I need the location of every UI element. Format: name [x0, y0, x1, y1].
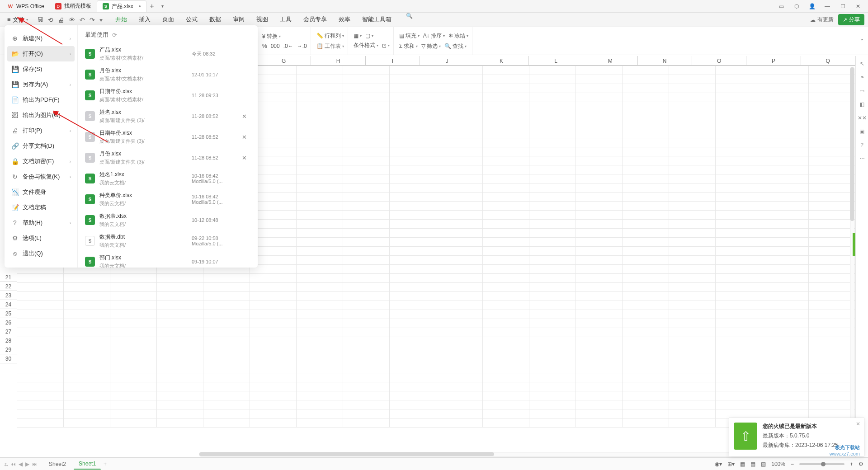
file-menu-item-1[interactable]: 📂打开(O)›: [7, 46, 75, 61]
chart-icon[interactable]: ▣: [859, 128, 864, 135]
row-header[interactable]: 22: [0, 282, 17, 291]
tab-menu-button[interactable]: ▾: [157, 4, 168, 9]
dec-decrease-button[interactable]: .0←: [283, 43, 293, 49]
tab-start[interactable]: 开始: [113, 13, 129, 27]
recent-item[interactable]: S 种类单价.xlsx我的云文档/ 10-16 08:42Mozilla/5.0…: [85, 189, 250, 210]
undo-icon[interactable]: ↶: [80, 16, 85, 24]
row-header[interactable]: 23: [0, 291, 17, 300]
file-menu-item-12[interactable]: ?帮助(H)›: [7, 215, 75, 230]
dec-increase-button[interactable]: →.0: [297, 43, 307, 49]
file-menu-item-8[interactable]: 🔒文档加密(E)›: [7, 154, 75, 169]
remove-recent-icon[interactable]: ✕: [242, 113, 247, 120]
sheet-last-icon[interactable]: ⏭: [32, 461, 38, 467]
recent-item[interactable]: S 数据表.xlsx我的云文档/ 10-12 08:48: [85, 210, 250, 230]
recent-item[interactable]: S 姓名.xlsx桌面/新建文件夹 (3)/ 11-28 08:52 ✕: [85, 106, 250, 127]
tab-insert[interactable]: 插入: [137, 13, 152, 27]
refresh-icon[interactable]: ⟳: [112, 32, 117, 38]
tab-wps-office[interactable]: W WPS Office: [2, 0, 50, 12]
tab-view[interactable]: 视图: [255, 13, 270, 27]
row-header[interactable]: 29: [0, 345, 17, 354]
col-header[interactable]: M: [583, 56, 637, 66]
find-button[interactable]: 🔍 查找▾: [444, 42, 467, 50]
zoom-in-button[interactable]: +: [850, 461, 853, 467]
row-header[interactable]: 26: [0, 318, 17, 327]
thousands-button[interactable]: 000: [271, 43, 280, 49]
box-icon[interactable]: ⬡: [792, 2, 801, 11]
share-button[interactable]: ↗ 分享: [838, 14, 864, 25]
row-header[interactable]: 27: [0, 327, 17, 336]
recent-item[interactable]: S 姓名1.xlsx我的云文档/ 10-16 08:42Mozilla/5.0 …: [85, 168, 250, 189]
print-icon[interactable]: 🖨: [58, 16, 64, 24]
col-header[interactable]: Q: [801, 56, 855, 66]
settings-corner-icon[interactable]: ⚙: [859, 461, 863, 467]
sheet-options-icon[interactable]: ⎌: [5, 461, 8, 467]
col-header[interactable]: K: [474, 56, 528, 66]
view-page-icon[interactable]: ▤: [750, 461, 755, 467]
col-header[interactable]: L: [529, 56, 583, 66]
file-menu-item-11[interactable]: 📝文档定稿: [7, 200, 75, 215]
collapse-ribbon-icon[interactable]: ⌃: [860, 38, 864, 44]
tab-member[interactable]: 会员专享: [302, 13, 329, 27]
cell-style-icon[interactable]: ▢▾: [365, 33, 373, 39]
sheet-prev-icon[interactable]: ◀: [19, 461, 23, 467]
more-icon[interactable]: ⋯: [859, 155, 865, 162]
sum-button[interactable]: Σ 求和▾: [399, 42, 418, 50]
recent-item[interactable]: S 月份.xlsx桌面/素材/文档素材/ 12-01 10:17: [85, 64, 250, 85]
recent-item[interactable]: S 数据表.dbt我的云文档/ 09-22 10:58Mozilla/5.0 (…: [85, 230, 250, 251]
tab-data[interactable]: 数据: [208, 13, 223, 27]
file-menu-item-0[interactable]: ⊕新建(N)›: [7, 31, 75, 46]
redo-icon[interactable]: ↷: [90, 16, 95, 24]
col-header[interactable]: I: [366, 56, 420, 66]
file-menu-item-3[interactable]: 💾另存为(A)›: [7, 77, 75, 92]
tab-template[interactable]: D 找稻壳模板: [50, 0, 97, 12]
sort-button[interactable]: A↓ 排序▾: [423, 32, 445, 40]
tab-tools[interactable]: 工具: [278, 13, 293, 27]
convert-button[interactable]: ¥ 转换▾: [262, 33, 281, 40]
help-icon[interactable]: ?: [860, 142, 863, 148]
tools-icon[interactable]: ✕✕: [858, 115, 867, 121]
col-header[interactable]: G: [257, 56, 311, 66]
tab-efficiency[interactable]: 效率: [337, 13, 352, 27]
sheet-next-icon[interactable]: ▶: [25, 461, 29, 467]
row-headers[interactable]: 21222324252627282930: [0, 273, 17, 363]
file-menu-item-13[interactable]: ⚙选项(L): [7, 230, 75, 246]
file-menu-item-7[interactable]: 🔗分享文档(D): [7, 138, 75, 154]
layers-icon[interactable]: ◧: [859, 101, 864, 108]
sync-icon[interactable]: ⟲: [48, 16, 53, 24]
file-menu-item-6[interactable]: 🖨打印(P)›: [7, 123, 75, 138]
maximize-button[interactable]: ☐: [838, 2, 847, 11]
zoom-out-button[interactable]: −: [791, 461, 794, 467]
cond-fmt-icon-button[interactable]: ▦▾: [354, 33, 362, 39]
tab-review[interactable]: 审阅: [231, 13, 246, 27]
col-header[interactable]: N: [638, 56, 692, 66]
search-icon[interactable]: 🔍: [406, 13, 413, 27]
file-menu-item-9[interactable]: ↻备份与恢复(K)›: [7, 169, 75, 184]
cursor-icon[interactable]: ↖: [860, 61, 864, 67]
file-menu-item-10[interactable]: 📉文件瘦身: [7, 184, 75, 200]
zoom-value[interactable]: 100%: [771, 461, 785, 467]
col-header[interactable]: H: [311, 56, 365, 66]
recent-item[interactable]: S 月份.xlsx桌面/新建文件夹 (3)/ 11-28 08:52 ✕: [85, 147, 250, 168]
view-normal-icon[interactable]: ▦: [740, 461, 745, 467]
tab-smart-toolbox[interactable]: 智能工具箱: [360, 13, 393, 27]
qat-dropdown-icon[interactable]: ▾: [99, 16, 103, 24]
add-sheet-button[interactable]: +: [104, 461, 107, 467]
percent-button[interactable]: %: [262, 43, 267, 49]
remove-recent-icon[interactable]: ✕: [242, 134, 247, 141]
sheet-tab-sheet1[interactable]: Sheet1: [74, 458, 101, 470]
minimize-button[interactable]: —: [823, 2, 832, 11]
sheet-tab-sheet2[interactable]: Sheet2: [44, 459, 71, 470]
row-header[interactable]: 25: [0, 309, 17, 318]
row-header[interactable]: 28: [0, 336, 17, 345]
panel-icon[interactable]: ▭: [859, 88, 864, 94]
remove-recent-icon[interactable]: ✕: [242, 155, 247, 161]
col-header[interactable]: J: [420, 56, 474, 66]
row-header[interactable]: 30: [0, 354, 17, 363]
update-button[interactable]: ☁ 有更新: [810, 16, 834, 24]
col-header[interactable]: O: [692, 56, 746, 66]
preview-icon[interactable]: 👁: [69, 16, 75, 24]
fill-button[interactable]: ▤ 填充▾: [399, 32, 420, 40]
rows-cols-button[interactable]: 📏 行和列▾: [316, 32, 344, 40]
worksheet-button[interactable]: 📋 工作表▾: [316, 42, 344, 50]
sheet-first-icon[interactable]: ⏮: [10, 461, 16, 467]
